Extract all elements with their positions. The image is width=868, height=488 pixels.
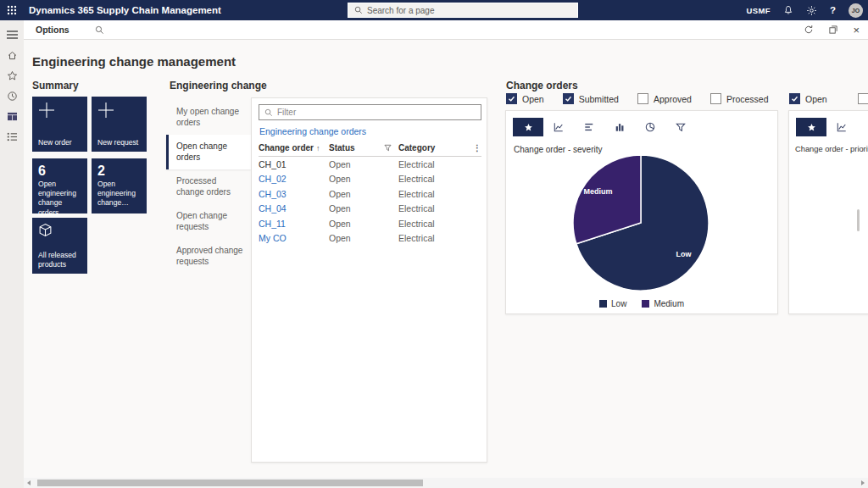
workspaces-icon[interactable] xyxy=(0,106,24,126)
refresh-icon[interactable] xyxy=(804,25,814,35)
status-filter-row: Open Submitted Approved Processed xyxy=(506,93,769,104)
severity-pie-chart: LowMedium xyxy=(565,147,717,299)
checkbox-submitted[interactable]: Submitted xyxy=(563,93,619,104)
table-row[interactable]: CH_03 Open Electrical xyxy=(259,186,481,202)
recent-clock-icon[interactable] xyxy=(0,86,24,106)
scroll-right-arrow-icon[interactable] xyxy=(861,480,865,485)
favorites-star-icon[interactable] xyxy=(0,65,24,86)
severity-chart-card: Change order - severity LowMedium Low Me… xyxy=(505,110,778,314)
plus-icon xyxy=(97,102,142,119)
scroll-left-arrow-icon[interactable] xyxy=(27,480,31,485)
category-cell: Electrical xyxy=(398,219,471,229)
priority-chart-card: Change order - priority xyxy=(788,110,868,314)
search-placeholder-text: Search for a page xyxy=(367,6,435,15)
filter-input[interactable] xyxy=(259,104,481,120)
change-orders-grid: Change order ↑ Status Category ⋮ CH_01 O… xyxy=(259,140,481,246)
checkbox-unchecked-icon[interactable] xyxy=(637,93,648,104)
checkbox-approved[interactable]: Approved xyxy=(637,93,692,104)
top-navigation-bar: Dynamics 365 Supply Chain Management Sea… xyxy=(0,0,868,20)
company-picker-button[interactable]: USMF xyxy=(746,6,771,15)
table-row[interactable]: CH_01 Open Electrical xyxy=(259,157,481,172)
change-order-link[interactable]: CH_02 xyxy=(259,174,329,184)
home-icon[interactable] xyxy=(0,45,24,65)
tile-all-released-products[interactable]: All released products xyxy=(32,218,87,274)
tab-approved-change-requests[interactable]: Approved change requests xyxy=(166,239,251,274)
tab-open-change-orders[interactable]: Open change orders xyxy=(166,135,251,169)
engineering-change-tab-list: My open change orders Open change orders… xyxy=(166,100,251,274)
column-header-category[interactable]: Category xyxy=(398,143,471,152)
column-chart-button[interactable] xyxy=(604,118,635,136)
favorite-star-chart-button[interactable] xyxy=(513,118,543,136)
search-icon xyxy=(354,6,363,14)
tile-open-change-orders[interactable]: 6 Open engineering change orders xyxy=(32,158,87,214)
filter-funnel-icon xyxy=(384,144,392,152)
tile-new-request[interactable]: New request xyxy=(92,97,147,152)
command-search-icon[interactable] xyxy=(95,25,104,35)
checkbox-processed[interactable]: Processed xyxy=(710,93,769,104)
table-row[interactable]: My CO Open Electrical xyxy=(259,231,481,247)
column-header-status[interactable]: Status xyxy=(329,143,398,152)
horizontal-scrollbar-thumb[interactable] xyxy=(37,480,423,486)
change-order-link[interactable]: CH_03 xyxy=(259,189,329,199)
close-icon[interactable]: × xyxy=(853,25,860,36)
filter-text-input[interactable] xyxy=(277,108,476,117)
notifications-bell-icon[interactable] xyxy=(783,5,793,15)
change-order-link[interactable]: My CO xyxy=(259,233,329,243)
chart-type-toolbar xyxy=(796,118,868,136)
checkbox-checked-icon[interactable] xyxy=(563,93,574,104)
tab-open-change-requests[interactable]: Open change requests xyxy=(166,204,251,239)
hbar-chart-button[interactable] xyxy=(574,118,604,136)
table-row[interactable]: CH_04 Open Electrical xyxy=(259,202,481,217)
page-search-box[interactable]: Search for a page xyxy=(348,3,578,18)
tile-label: All released products xyxy=(38,251,82,269)
line-chart-button[interactable] xyxy=(826,118,857,136)
table-row[interactable]: CH_11 Open Electrical xyxy=(259,216,481,231)
settings-gear-icon[interactable] xyxy=(806,5,817,16)
category-cell: Electrical xyxy=(398,233,471,243)
filter-funnel-button[interactable] xyxy=(665,118,696,136)
table-row[interactable]: CH_02 Open Electrical xyxy=(259,172,481,187)
account-avatar[interactable]: JO xyxy=(849,3,863,18)
change-order-cell[interactable]: CH_01 xyxy=(259,159,329,169)
tile-new-order[interactable]: New order xyxy=(32,97,87,152)
app-launcher-waffle-icon[interactable] xyxy=(0,0,24,20)
legend-swatch-low xyxy=(599,300,607,308)
hbar-chart-button[interactable] xyxy=(857,118,868,136)
pie-chart-button[interactable] xyxy=(635,118,665,136)
checkbox-open[interactable]: Open xyxy=(506,93,544,104)
tab-my-open-change-orders[interactable]: My open change orders xyxy=(166,100,251,135)
tile-open-change-requests[interactable]: 2 Open engineering change… xyxy=(92,158,147,214)
grid-header-row: Change order ↑ Status Category ⋮ xyxy=(259,140,481,157)
line-chart-button[interactable] xyxy=(543,118,574,136)
change-orders-list-card: Engineering change orders Change order ↑… xyxy=(251,97,487,463)
change-order-link[interactable]: CH_04 xyxy=(259,203,329,214)
checkbox-checked-icon[interactable] xyxy=(789,93,800,104)
change-order-link[interactable]: CH_11 xyxy=(259,219,329,229)
options-button[interactable]: Options xyxy=(36,25,70,35)
chart-type-toolbar xyxy=(513,118,696,136)
status-cell: Open xyxy=(329,203,398,214)
tile-label: New request xyxy=(97,138,142,147)
open-in-new-window-icon[interactable] xyxy=(828,25,838,35)
help-icon[interactable]: ? xyxy=(830,5,836,15)
vertical-scrollbar-thumb[interactable] xyxy=(857,209,860,231)
page-title: Engineering change management xyxy=(32,54,236,69)
checkbox-unchecked-icon[interactable] xyxy=(710,93,721,104)
horizontal-scrollbar[interactable] xyxy=(24,478,868,488)
sort-ascending-icon: ↑ xyxy=(316,144,320,152)
command-bar: Options × xyxy=(24,20,868,40)
legend-item-medium: Medium xyxy=(642,299,684,308)
grid-title-link[interactable]: Engineering change orders xyxy=(259,126,366,136)
tab-processed-change-orders[interactable]: Processed change orders xyxy=(166,169,251,204)
checkbox-unchecked-icon[interactable] xyxy=(858,93,868,104)
checkbox-submitted[interactable]: Submitted xyxy=(858,93,868,104)
favorite-star-chart-button[interactable] xyxy=(796,118,826,136)
checkbox-open[interactable]: Open xyxy=(789,93,827,104)
column-header-change-order[interactable]: Change order ↑ xyxy=(259,143,329,152)
checkbox-checked-icon[interactable] xyxy=(506,93,517,104)
modules-list-icon[interactable] xyxy=(0,126,24,147)
nav-hamburger-icon[interactable] xyxy=(0,25,24,45)
grid-more-options-icon[interactable]: ⋮ xyxy=(471,143,481,152)
category-cell: Electrical xyxy=(398,203,471,214)
category-cell: Electrical xyxy=(398,159,471,169)
